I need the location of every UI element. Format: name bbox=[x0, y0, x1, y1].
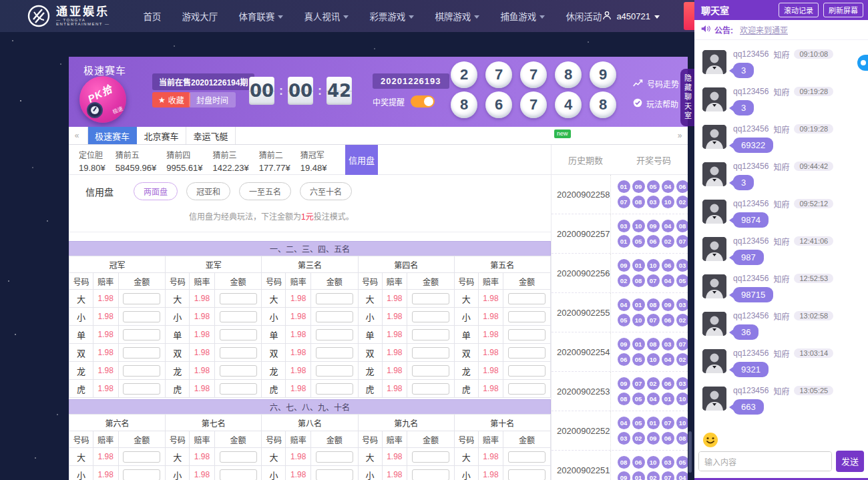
nav-item[interactable]: 体育联赛 bbox=[238, 9, 283, 23]
bet-row: 单1.98 bbox=[359, 326, 455, 344]
top-navbar: 通亚娱乐 — TONGYA ENTERTAINMENT — 首页游戏大厅体育联赛… bbox=[0, 0, 694, 32]
bet-amount-input[interactable] bbox=[123, 451, 160, 463]
close-time-button[interactable]: 封盘时间 bbox=[189, 92, 236, 107]
bet-amount-input[interactable] bbox=[412, 293, 449, 304]
history-issue: 20200902257 bbox=[552, 214, 610, 253]
result-ball: 8 bbox=[451, 91, 477, 118]
trend-link[interactable]: 号码走势 bbox=[633, 78, 679, 89]
bet-amount-input[interactable] bbox=[220, 451, 257, 463]
bet-row: 单1.98 bbox=[69, 326, 166, 344]
scroll-log-button[interactable]: 滚动记录 bbox=[779, 3, 819, 17]
send-button[interactable]: 发送 bbox=[836, 451, 864, 472]
nav-item[interactable]: 首页 bbox=[143, 9, 161, 23]
mode-pill[interactable]: 一至五名 bbox=[239, 182, 291, 200]
chat-message-body: qq123456知府09:52:129874 bbox=[733, 198, 861, 228]
bet-odds: 1.98 bbox=[383, 290, 407, 308]
bet-amount-input[interactable] bbox=[316, 365, 353, 377]
bet-amount-input[interactable] bbox=[508, 451, 546, 463]
bet-amount-input[interactable] bbox=[123, 293, 160, 304]
hide-chat-tab[interactable]: 隐藏聊天室 bbox=[680, 69, 694, 126]
refresh-screen-button[interactable]: 刷新屏幕 bbox=[823, 3, 863, 17]
nav-item[interactable]: 游戏大厅 bbox=[182, 9, 218, 23]
bet-amount-input[interactable] bbox=[316, 311, 353, 322]
bet-amount-input[interactable] bbox=[316, 293, 353, 304]
chat-input[interactable] bbox=[698, 451, 832, 471]
bet-table: 一、二、三、四、五名冠军号码赔率金额大1.98小1.98单1.98双1.98龙1… bbox=[69, 241, 551, 398]
history-issue: 20200902256 bbox=[552, 254, 610, 292]
bet-amount-input[interactable] bbox=[508, 293, 546, 304]
history-ball: 02 bbox=[647, 471, 660, 480]
bet-amount-cell bbox=[311, 380, 359, 398]
bet-amount-input[interactable] bbox=[412, 311, 449, 322]
tabs-next-arrow[interactable]: » bbox=[672, 127, 688, 144]
chat-bubble: 3 bbox=[733, 175, 754, 190]
tabs-prev-arrow[interactable]: « bbox=[69, 127, 85, 144]
mode-pill[interactable]: 六至十名 bbox=[300, 182, 352, 200]
emoji-button[interactable] bbox=[702, 432, 718, 448]
bet-odds: 1.98 bbox=[286, 290, 310, 308]
bet-amount-input[interactable] bbox=[123, 365, 160, 377]
bet-amount-input[interactable] bbox=[220, 347, 257, 358]
brand-logo[interactable]: 通亚娱乐 — TONGYA ENTERTAINMENT — bbox=[27, 4, 120, 28]
bet-amount-input[interactable] bbox=[316, 329, 353, 340]
nav-item[interactable]: 彩票游戏 bbox=[369, 9, 414, 23]
bet-amount-input[interactable] bbox=[220, 365, 257, 377]
bet-amount-input[interactable] bbox=[220, 329, 257, 340]
tab-game[interactable]: 北京赛车 bbox=[137, 127, 186, 144]
nav-item[interactable]: 真人视讯 bbox=[304, 9, 349, 23]
bet-amount-input[interactable] bbox=[123, 347, 160, 358]
chat-panel: 聊天室 滚动记录 刷新屏幕 公告: 欢迎来到通亚 qq123456知府09:10… bbox=[694, 0, 868, 480]
bet-odds: 1.98 bbox=[479, 380, 503, 398]
bet-amount-input[interactable] bbox=[412, 329, 449, 340]
bet-amount-input[interactable] bbox=[508, 469, 546, 480]
bet-row: 小1.98 bbox=[166, 466, 262, 480]
bet-amount-input[interactable] bbox=[220, 311, 257, 322]
tab-game[interactable]: 极速赛车 bbox=[87, 127, 137, 144]
side-banner-partial[interactable] bbox=[684, 2, 694, 30]
chat-bubble: 3 bbox=[733, 63, 754, 78]
bet-amount-input[interactable] bbox=[412, 469, 449, 480]
bet-amount-input[interactable] bbox=[508, 329, 546, 340]
scrollbar-thumb[interactable] bbox=[688, 431, 692, 473]
pk10-logo[interactable]: PK拾 极速 bbox=[79, 76, 126, 123]
favorite-button[interactable]: ★ 收藏 bbox=[152, 92, 190, 107]
nav-item[interactable]: 捕鱼游戏 bbox=[500, 9, 545, 23]
user-menu[interactable]: a450721 bbox=[602, 10, 660, 23]
bet-col-header: 赔率 bbox=[93, 273, 118, 290]
bet-amount-input[interactable] bbox=[508, 365, 546, 377]
nav-item[interactable]: 棋牌游戏 bbox=[435, 9, 479, 23]
history-balls: 09070206030805040110 bbox=[610, 372, 688, 411]
credit-panel-tab[interactable]: 信用盘 bbox=[345, 145, 378, 175]
history-row: 2020090225703100904080105060207 bbox=[552, 214, 688, 254]
bet-amount-input[interactable] bbox=[508, 347, 546, 358]
bet-amount-input[interactable] bbox=[316, 469, 353, 480]
mode-pill[interactable]: 冠亚和 bbox=[186, 182, 230, 200]
help-link[interactable]: 玩法帮助 bbox=[633, 98, 679, 109]
bet-amount-input[interactable] bbox=[412, 383, 449, 395]
bet-amount-input[interactable] bbox=[220, 383, 257, 395]
bet-amount-input[interactable] bbox=[123, 311, 160, 322]
favorite-label: 收藏 bbox=[168, 94, 184, 105]
bet-amount-input[interactable] bbox=[412, 347, 449, 358]
bet-group-title: 亚军 bbox=[166, 256, 262, 273]
bet-odds: 1.98 bbox=[383, 466, 407, 480]
tab-game[interactable]: 幸运飞艇 bbox=[186, 127, 236, 144]
bet-amount-input[interactable] bbox=[220, 469, 257, 480]
mode-pill[interactable]: 两面盘 bbox=[134, 182, 178, 200]
nav-item-label: 真人视讯 bbox=[304, 9, 340, 23]
bet-amount-input[interactable] bbox=[220, 293, 257, 304]
bet-amount-input[interactable] bbox=[508, 383, 546, 395]
bet-amount-input[interactable] bbox=[508, 311, 546, 322]
win-alert-toggle[interactable] bbox=[411, 95, 435, 107]
bet-col-header: 号码 bbox=[69, 273, 93, 290]
bet-amount-input[interactable] bbox=[316, 347, 353, 358]
bet-amount-input[interactable] bbox=[316, 383, 353, 395]
history-ball: 05 bbox=[676, 456, 688, 469]
bet-amount-input[interactable] bbox=[412, 365, 449, 377]
nav-item[interactable]: 休闲活动 bbox=[566, 9, 602, 23]
bet-amount-input[interactable] bbox=[123, 469, 160, 480]
bet-amount-input[interactable] bbox=[123, 383, 160, 395]
bet-amount-input[interactable] bbox=[412, 451, 449, 463]
bet-amount-input[interactable] bbox=[123, 329, 160, 340]
bet-amount-input[interactable] bbox=[316, 451, 353, 463]
